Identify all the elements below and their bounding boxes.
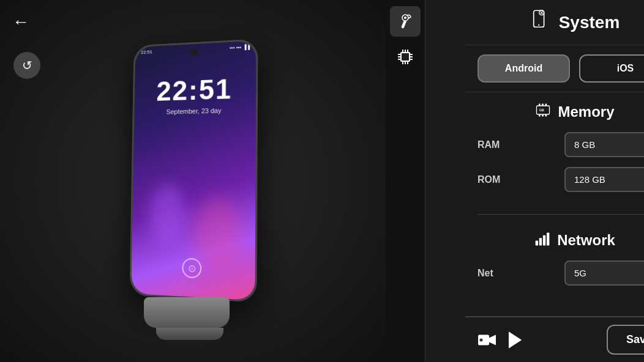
phone-stand: [144, 297, 230, 328]
phone-clock: 22:51: [135, 72, 256, 108]
signal-bars-icon: [534, 230, 551, 247]
phone-screen: 22:51 ▪▪▪ ▪▪▪ ▐▐ 22:51 September, 23 day…: [131, 41, 256, 301]
ram-row: RAM 2 GB 4 GB 6 GB 8 GB 12 GB 16 GB: [477, 132, 644, 157]
sidebar-chip-button[interactable]: [390, 42, 421, 72]
svg-rect-24: [539, 114, 541, 117]
wallpaper-blob-right: [193, 198, 243, 274]
main-content: System Android iOS GB: [465, 0, 644, 362]
svg-rect-22: [542, 104, 544, 106]
svg-rect-28: [539, 238, 542, 245]
svg-point-32: [480, 338, 483, 341]
svg-rect-21: [539, 104, 541, 106]
fingerprint-icon: ⊙: [182, 258, 201, 279]
footer-left: [477, 331, 523, 349]
rom-label: ROM: [477, 174, 500, 185]
back-button[interactable]: ←: [12, 12, 29, 32]
section-divider-1: [477, 214, 644, 215]
footer: Save: [465, 316, 644, 362]
net-select[interactable]: 2G 3G 4G 5G WiFi: [564, 260, 644, 286]
phone-mockup: 22:51 ▪▪▪ ▪▪▪ ▐▐ 22:51 September, 23 day…: [129, 39, 258, 302]
svg-rect-15: [407, 62, 408, 64]
svg-rect-5: [398, 56, 400, 57]
play-icon: [507, 331, 523, 349]
svg-rect-3: [402, 53, 409, 61]
net-label: Net: [477, 268, 493, 279]
svg-rect-13: [402, 62, 403, 64]
svg-rect-4: [398, 54, 400, 55]
network-section-title: Network: [557, 232, 615, 249]
svg-rect-9: [410, 59, 413, 60]
tab-ios[interactable]: iOS: [579, 54, 644, 83]
memory-section: GB Memory RAM 2 GB 4 GB: [477, 92, 644, 208]
tab-android[interactable]: Android: [477, 54, 570, 83]
svg-rect-7: [410, 54, 413, 55]
video-camera-icon: [477, 331, 497, 349]
rotate-button[interactable]: ↺: [13, 52, 40, 79]
video-record-button[interactable]: [477, 331, 497, 349]
svg-rect-27: [536, 241, 538, 246]
header-title: System: [559, 13, 620, 32]
svg-rect-8: [410, 56, 413, 57]
svg-rect-6: [398, 59, 400, 60]
header: System: [465, 0, 644, 45]
svg-rect-25: [542, 114, 544, 117]
rotate-icon: ↺: [22, 58, 32, 73]
phone-stand-base: [156, 328, 223, 340]
svg-rect-12: [407, 50, 408, 52]
svg-point-1: [404, 17, 406, 19]
sidebar-icons: [386, 0, 425, 362]
phone-preview-panel: ← ↺ 22:51 ▪▪▪ ▪▪▪ ▐▐ 22:51 September, 23…: [0, 0, 386, 362]
network-section: Network Net 2G 3G 4G 5G WiFi: [477, 221, 644, 301]
svg-rect-11: [405, 50, 406, 52]
svg-rect-26: [545, 114, 547, 117]
content-scroll: GB Memory RAM 2 GB 4 GB: [465, 92, 644, 316]
net-row: Net 2G 3G 4G 5G WiFi: [477, 260, 644, 286]
svg-text:GB: GB: [539, 108, 544, 112]
chip-icon: [395, 47, 415, 67]
svg-rect-10: [402, 50, 403, 52]
phone-settings-icon: [530, 9, 552, 31]
rom-row: ROM 32 GB 64 GB 128 GB 256 GB 512 GB: [477, 167, 644, 192]
tab-row: Android iOS: [465, 45, 644, 92]
memory-section-header: GB Memory: [477, 102, 644, 122]
svg-rect-14: [405, 62, 406, 64]
network-section-header: Network: [477, 230, 644, 251]
svg-point-17: [538, 24, 539, 26]
phone-time-display: 22:51 September, 23 day: [134, 72, 256, 116]
svg-rect-29: [543, 235, 545, 246]
ram-select[interactable]: 2 GB 4 GB 6 GB 8 GB 12 GB 16 GB: [564, 132, 644, 157]
rom-select[interactable]: 32 GB 64 GB 128 GB 256 GB 512 GB: [564, 167, 644, 192]
wallpaper-blob-left: [149, 185, 185, 247]
network-icon: [534, 230, 551, 251]
status-time: 22:51: [141, 49, 152, 55]
ram-select-wrapper: 2 GB 4 GB 6 GB 8 GB 12 GB 16 GB: [564, 132, 644, 157]
sidebar-tool-button[interactable]: [390, 6, 421, 37]
net-select-wrapper: 2G 3G 4G 5G WiFi: [564, 260, 644, 286]
svg-rect-23: [545, 104, 547, 106]
memory-chip-icon: GB: [534, 102, 552, 119]
system-icon: [530, 9, 552, 35]
status-icons: ▪▪▪ ▪▪▪ ▐▐: [230, 44, 250, 51]
svg-rect-30: [547, 232, 549, 245]
tool-icon: [395, 12, 415, 31]
rom-select-wrapper: 32 GB 64 GB 128 GB 256 GB 512 GB: [564, 167, 644, 192]
memory-section-title: Memory: [558, 103, 614, 120]
memory-icon: GB: [534, 102, 552, 122]
ram-label: RAM: [477, 139, 500, 150]
save-button[interactable]: Save: [607, 325, 644, 355]
play-button[interactable]: [507, 331, 523, 349]
